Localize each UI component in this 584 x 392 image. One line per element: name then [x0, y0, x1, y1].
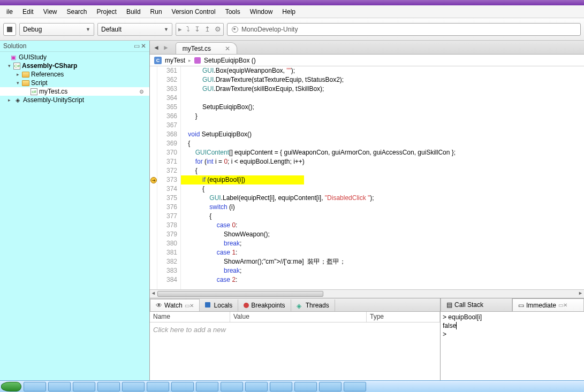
code-content[interactable]: GUI.Box(equipWeanponBox, ""); GUI.DrawTe…	[181, 66, 584, 289]
scrollbar-thumb[interactable]	[157, 291, 323, 297]
code-editor[interactable]: ➔ 36136236336436536636736836937037137237…	[150, 66, 584, 289]
debug-pads: 👁Watch ▭✕ Locals Breakpoints Threads Nam…	[150, 298, 584, 380]
watch-columns: Name Value Type	[150, 312, 440, 322]
immediate-console[interactable]: > equipBool[i] false >	[441, 312, 584, 340]
editor-tab-mytest[interactable]: myTest.cs ✕	[176, 42, 237, 54]
threads-icon	[297, 302, 304, 309]
tree-references-node[interactable]: ▸References	[0, 70, 149, 79]
col-name[interactable]: Name	[150, 312, 230, 322]
method-icon	[194, 57, 201, 64]
watch-add-placeholder[interactable]: Click here to add a new	[150, 322, 440, 337]
marker-margin[interactable]: ➔	[150, 66, 157, 289]
expand-icon[interactable]: ▾	[6, 63, 12, 68]
unity-icon: ◈	[13, 97, 21, 104]
global-search[interactable]: MonoDevelop-Unity	[227, 23, 581, 36]
main-toolbar: Debug▼ Default▼ ▸ ⤵ ↧ ↥ ⚙ MonoDevelop-Un…	[0, 18, 584, 41]
taskbar-item[interactable]	[24, 382, 46, 391]
tab-breakpoints[interactable]: Breakpoints	[238, 299, 291, 311]
immediate-icon: ▭	[518, 302, 524, 309]
tree-unityscript-node[interactable]: ▸◈Assembly-UnityScript	[0, 96, 149, 104]
class-icon: C	[154, 57, 162, 64]
menu-run[interactable]: Run	[146, 6, 166, 17]
start-button[interactable]	[1, 382, 21, 391]
expand-icon[interactable]: ▾	[15, 80, 20, 86]
menu-version-control[interactable]: Version Control	[168, 6, 220, 17]
stop-button[interactable]	[3, 23, 16, 36]
gear-icon[interactable]: ⚙	[139, 89, 147, 95]
menu-search[interactable]: Search	[63, 6, 92, 17]
menu-edit[interactable]: Edit	[18, 6, 38, 17]
folder-icon	[22, 80, 29, 86]
taskbar-item[interactable]	[221, 382, 243, 391]
tree-project-node[interactable]: ▾C#Assembly-CSharp	[0, 62, 149, 70]
tree-script-folder[interactable]: ▾Script	[0, 79, 149, 87]
step-out-icon[interactable]: ↥	[204, 25, 210, 33]
menu-window[interactable]: Window	[246, 6, 277, 17]
taskbar-item[interactable]	[196, 382, 218, 391]
windows-taskbar[interactable]	[0, 380, 584, 392]
debug-attach-icon[interactable]: ⚙	[215, 25, 221, 33]
nav-forward-icon[interactable]: ►	[163, 44, 169, 51]
taskbar-item[interactable]	[122, 382, 145, 391]
watch-icon: 👁	[156, 302, 162, 309]
tab-immediate[interactable]: ▭Immediate ▭✕	[512, 298, 584, 311]
taskbar-item[interactable]	[171, 382, 194, 391]
solution-icon: ▣	[9, 54, 17, 61]
editor-area: ◄ ► myTest.cs ✕ C myTest ▸ SetupEuiqipBo…	[150, 41, 584, 380]
stop-icon	[7, 27, 12, 32]
solution-tree[interactable]: ▣GUIStudy ▾C#Assembly-CSharp ▸References…	[0, 52, 149, 105]
close-tab-icon[interactable]: ✕	[225, 45, 230, 52]
menu-help[interactable]: Help	[278, 6, 300, 17]
menu-build[interactable]: Build	[122, 6, 145, 17]
csharp-file-icon: c#	[31, 88, 37, 95]
taskbar-item[interactable]	[97, 382, 120, 391]
pad-close-icon[interactable]: ✕	[141, 42, 146, 50]
taskbar-item[interactable]	[319, 382, 342, 391]
tree-file-mytest[interactable]: c#myTest.cs⚙	[0, 87, 149, 96]
taskbar-item[interactable]	[73, 382, 95, 391]
line-number-gutter: 3613623633643653663673683693703713723733…	[157, 66, 181, 289]
chevron-down-icon: ▼	[86, 27, 90, 32]
taskbar-item[interactable]	[245, 382, 268, 391]
tab-threads[interactable]: Threads	[291, 299, 335, 311]
taskbar-item[interactable]	[270, 382, 292, 391]
breakpoint-icon	[244, 303, 249, 308]
taskbar-item[interactable]	[344, 382, 366, 391]
editor-breadcrumb[interactable]: C myTest ▸ SetupEuiqipBox ()	[150, 55, 584, 66]
expand-icon[interactable]: ▸	[15, 72, 20, 77]
step-into-icon[interactable]: ↧	[194, 25, 200, 33]
menu-project[interactable]: Project	[93, 6, 121, 17]
pad-options-icon[interactable]: ▭	[134, 42, 140, 50]
target-icon	[232, 26, 238, 33]
tab-watch[interactable]: 👁Watch ▭✕	[150, 299, 200, 311]
tab-locals[interactable]: Locals	[200, 299, 239, 311]
execution-pointer-icon: ➔	[150, 177, 157, 183]
menu-view[interactable]: View	[39, 6, 62, 17]
step-over-icon[interactable]: ⤵	[186, 25, 190, 33]
solution-pad: Solution ▭✕ ▣GUIStudy ▾C#Assembly-CSharp…	[0, 41, 150, 380]
target-select[interactable]: Default▼	[97, 23, 172, 36]
chevron-down-icon: ▼	[164, 27, 169, 32]
col-value[interactable]: Value	[230, 312, 367, 322]
folder-icon	[22, 72, 29, 78]
window-titlebar	[0, 0, 584, 5]
solution-pad-header: Solution ▭✕	[0, 41, 149, 52]
locals-icon	[205, 302, 212, 309]
callstack-icon: ▤	[446, 301, 452, 309]
menu-file[interactable]: ile	[2, 6, 17, 17]
editor-tab-strip: ◄ ► myTest.cs ✕	[150, 41, 584, 55]
menu-tools[interactable]: Tools	[221, 6, 245, 17]
taskbar-item[interactable]	[48, 382, 71, 391]
chevron-right-icon: ▸	[188, 58, 191, 63]
col-type[interactable]: Type	[367, 312, 440, 322]
tab-callstack[interactable]: ▤Call Stack	[441, 298, 512, 311]
config-select[interactable]: Debug▼	[19, 23, 94, 36]
nav-back-icon[interactable]: ◄	[153, 44, 160, 51]
expand-icon[interactable]: ▸	[6, 97, 12, 103]
horizontal-scrollbar[interactable]	[150, 289, 584, 298]
taskbar-item[interactable]	[294, 382, 317, 391]
taskbar-item[interactable]	[147, 382, 169, 391]
continue-icon[interactable]: ▸	[178, 25, 182, 33]
tree-solution-node[interactable]: ▣GUIStudy	[0, 53, 149, 62]
csharp-icon: C#	[13, 63, 20, 70]
